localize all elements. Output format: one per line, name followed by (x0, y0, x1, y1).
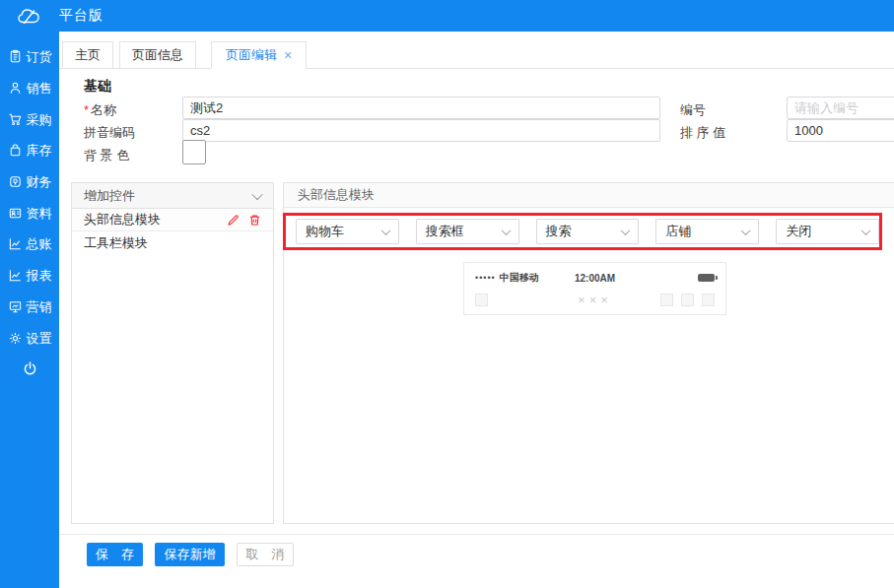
sidebar-item-label: 营销 (27, 300, 52, 313)
tab-label: 主页 (75, 46, 101, 64)
data-icon (8, 206, 23, 221)
placeholder-square[interactable] (702, 294, 715, 306)
marketing-icon (8, 299, 23, 314)
sidebar-item-label: 库存 (27, 144, 52, 157)
edit-icon[interactable] (227, 214, 240, 227)
status-time: 12:00AM (575, 273, 615, 284)
widget-item-actions (227, 214, 261, 227)
header-module-config-row: 购物车 搜索框 搜索 店铺 关闭 (283, 213, 882, 250)
shop-select-value: 店铺 (665, 223, 691, 240)
placeholder-square[interactable] (660, 294, 673, 306)
sidebar-item-data[interactable]: 资料 (0, 197, 59, 229)
shop-select[interactable]: 店铺 (655, 219, 759, 244)
close-select[interactable]: 关闭 (776, 219, 879, 244)
header-left-slot[interactable] (475, 294, 488, 306)
sort-field[interactable] (787, 119, 894, 142)
phone-preview: ••••• 中国移动 12:00AM ××× (463, 262, 726, 315)
bgcolor-label: 背 景 色 (84, 147, 129, 164)
code-field[interactable] (787, 97, 894, 119)
cart-select-value: 购物车 (306, 223, 344, 240)
title-placeholder: ××× (578, 293, 612, 307)
settings-icon (8, 331, 23, 346)
chevron-down-icon (621, 226, 631, 235)
pinyin-label: 拼音编码 (84, 124, 135, 142)
chevron-down-icon (501, 226, 511, 235)
pinyin-field[interactable] (182, 119, 660, 142)
sidebar-item-label: 销售 (27, 82, 52, 95)
widget-item-label: 工具栏模块 (84, 234, 148, 252)
app-title: 平台版 (59, 7, 103, 25)
tab-home[interactable]: 主页 (62, 41, 113, 69)
save-button[interactable]: 保 存 (87, 543, 143, 566)
tab-page-edit[interactable]: 页面编辑 × (211, 41, 307, 69)
tab-bar: 主页 页面信息 页面编辑 × (59, 32, 894, 69)
carrier-name: 中国移动 (500, 271, 539, 285)
sidebar-item-finance[interactable]: 财务 (0, 166, 59, 198)
power-icon (22, 360, 38, 377)
sidebar-item-label: 设置 (27, 332, 52, 345)
save-and-new-button[interactable]: 保存新增 (155, 543, 225, 566)
sidebar-item-sales[interactable]: 销售 (0, 73, 59, 104)
name-field[interactable] (182, 97, 660, 119)
tab-label: 页面编辑 (226, 46, 277, 64)
ledger-icon (8, 236, 23, 251)
search-select[interactable]: 搜索 (536, 219, 640, 244)
battery-group (698, 274, 715, 282)
tab-label: 页面信息 (132, 46, 183, 64)
name-label: *名称 (84, 101, 116, 119)
sidebar-item-marketing[interactable]: 营销 (0, 292, 59, 323)
widget-item-header-module[interactable]: 头部信息模块 (72, 209, 273, 231)
editor-panel-title: 头部信息模块 (298, 186, 375, 204)
sidebar-item-settings[interactable]: 设置 (0, 322, 59, 354)
carrier-group: ••••• 中国移动 (475, 271, 539, 285)
purchase-icon (8, 112, 23, 127)
widget-item-label: 头部信息模块 (84, 211, 161, 229)
cart-select[interactable]: 购物车 (296, 219, 399, 244)
tab-page-info[interactable]: 页面信息 (119, 41, 196, 69)
placeholder-square[interactable] (475, 294, 488, 306)
bgcolor-picker[interactable] (182, 140, 206, 164)
signal-dots-icon: ••••• (475, 273, 496, 283)
sidebar-item-label: 财务 (27, 175, 52, 188)
sidebar-item-report[interactable]: 报表 (0, 260, 59, 292)
chevron-down-icon (380, 226, 390, 235)
search-select-value: 搜索 (546, 223, 572, 240)
delete-icon[interactable] (248, 214, 261, 227)
sidebar-item-label: 总账 (27, 237, 52, 250)
topbar: 平台版 (0, 0, 894, 32)
cancel-button[interactable]: 取 消 (237, 543, 294, 566)
phone-statusbar: ••••• 中国移动 12:00AM (475, 268, 715, 288)
sidebar-item-label: 资料 (27, 207, 52, 220)
add-widget-dropdown[interactable]: 增加控件 (72, 183, 273, 209)
widget-item-toolbar-module[interactable]: 工具栏模块 (72, 231, 273, 254)
chevron-down-icon (861, 226, 871, 235)
section-title-basic: 基础 (84, 78, 111, 96)
sidebar-item-inventory[interactable]: 库存 (0, 135, 59, 166)
report-icon (8, 268, 23, 283)
searchbox-select[interactable]: 搜索框 (416, 219, 519, 244)
sidebar-item-purchase[interactable]: 采购 (0, 103, 59, 135)
finance-icon (8, 174, 23, 189)
placeholder-square[interactable] (681, 294, 694, 306)
sort-label: 排 序 值 (680, 124, 725, 142)
editor-panel-header: 头部信息模块 (284, 183, 894, 208)
searchbox-select-value: 搜索框 (426, 223, 464, 240)
cloud-logo-icon (17, 7, 42, 26)
widget-panel: 增加控件 头部信息模块 工具栏模块 (71, 182, 274, 524)
inventory-icon (8, 143, 23, 158)
sidebar-item-logout[interactable] (0, 354, 59, 385)
app-logo[interactable] (0, 7, 59, 26)
required-mark: * (84, 102, 89, 117)
sidebar-item-order[interactable]: 订货 (0, 41, 59, 73)
header-right-slot (660, 294, 715, 306)
close-icon[interactable]: × (284, 48, 292, 62)
sidebar-item-label: 报表 (27, 269, 52, 282)
sidebar-item-label: 采购 (27, 113, 52, 126)
add-widget-label: 增加控件 (84, 187, 135, 205)
chevron-down-icon (251, 188, 262, 199)
order-icon (8, 49, 23, 64)
sales-icon (8, 81, 23, 96)
code-label: 编号 (680, 101, 706, 119)
sidebar-item-ledger[interactable]: 总账 (0, 229, 59, 260)
footer-divider (59, 534, 894, 535)
